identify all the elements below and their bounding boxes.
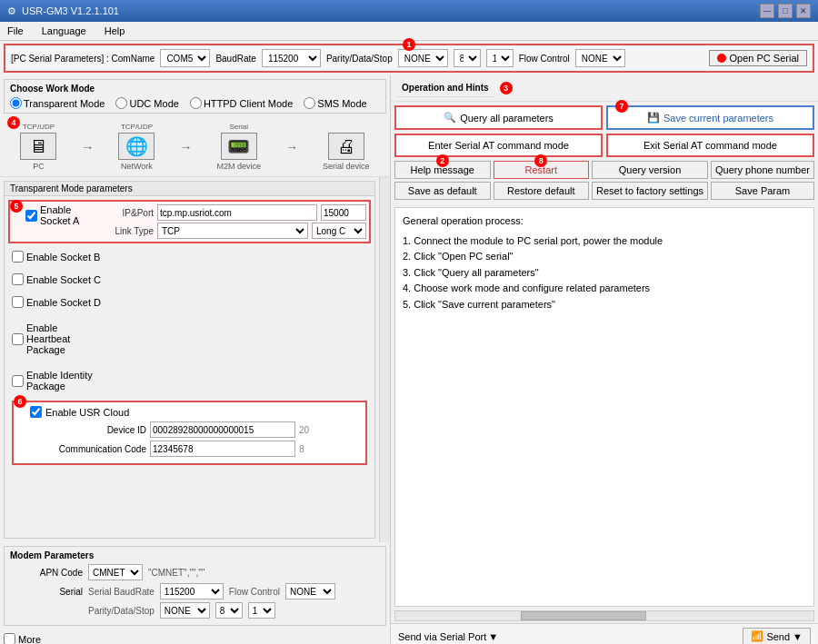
socket-a-ip-row: IP&Port	[104, 204, 366, 221]
work-mode-radios: Transparent Mode UDC Mode HTTPD Client M…	[10, 97, 380, 109]
arrow-3: →	[285, 140, 298, 154]
network-icon: 🌐	[118, 133, 155, 160]
exit-serial-button[interactable]: Exit Serial AT command mode	[606, 134, 814, 157]
parity-label: Parity/Data/Stop	[326, 54, 393, 64]
help-badge-2: 2	[436, 154, 449, 167]
socket-d-checkbox-container: Enable Socket D	[12, 296, 103, 308]
ip-port-label: IP&Port	[104, 208, 154, 218]
toolbar: 1 [PC Serial Parameters] : ComName COM5 …	[4, 44, 814, 73]
parity-select-modem[interactable]: NONE	[160, 602, 210, 619]
socket-d-checkbox[interactable]	[12, 296, 24, 308]
socket-b-label: Enable Socket B	[26, 252, 100, 263]
maximize-button[interactable]: □	[778, 4, 793, 18]
data-bits-modem[interactable]: 8	[215, 602, 243, 619]
identity-checkbox[interactable]	[12, 375, 24, 387]
save-current-button[interactable]: 7 💾 Save current parameters	[606, 105, 814, 130]
restore-default-label: Restore default	[507, 185, 575, 196]
socket-a-checkbox[interactable]	[25, 210, 37, 222]
restart-button[interactable]: 8 Restart	[494, 161, 590, 179]
diagram-serial: . 🖨 Serial device	[323, 123, 370, 171]
com-label: [PC Serial Parameters] : ComName	[11, 54, 155, 64]
scrollbar-thumb[interactable]	[521, 611, 646, 620]
comm-code-input[interactable]	[150, 441, 295, 457]
socket-b-checkbox[interactable]	[12, 251, 24, 263]
enter-serial-button[interactable]: Enter Serial AT command mode	[394, 134, 603, 157]
httpd-mode-radio[interactable]: HTTPD Client Mode	[190, 97, 293, 109]
mode-params-title: Transparent Mode parameters	[5, 182, 374, 196]
more-label: More	[18, 634, 41, 645]
socket-b-row: Enable Socket B	[8, 247, 371, 266]
flow-ctrl-label: Flow Control	[229, 587, 280, 597]
data-bits-select[interactable]: 8	[454, 49, 481, 67]
menu-language[interactable]: Language	[38, 24, 90, 38]
window-controls[interactable]: — □ ✕	[760, 4, 811, 18]
socket-d-label: Enable Socket D	[26, 297, 101, 308]
transparent-mode-radio[interactable]: Transparent Mode	[10, 97, 105, 109]
menu-help[interactable]: Help	[101, 24, 129, 38]
sms-mode-radio[interactable]: SMS Mode	[304, 97, 366, 109]
identity-label: Enable Identity Package	[26, 370, 103, 391]
more-checkbox[interactable]	[4, 633, 15, 644]
secondary-buttons: 2 Help message 8 Restart Query version Q…	[391, 161, 818, 203]
serial-params-row: Serial Serial BaudRate 115200 Flow Contr…	[10, 583, 380, 599]
socket-a-ip-input[interactable]	[157, 204, 317, 221]
udc-mode-radio[interactable]: UDC Mode	[115, 97, 178, 109]
usr-cloud-checkbox[interactable]	[30, 406, 42, 418]
params-scrollbar[interactable]	[379, 177, 390, 542]
open-serial-button[interactable]: Open PC Serial	[709, 50, 807, 66]
hints-title: General operation process:	[403, 213, 806, 230]
right-header-row: Operation and Hints 3	[391, 75, 818, 102]
serial-baud-select[interactable]: 115200	[160, 583, 224, 599]
minimize-button[interactable]: —	[760, 4, 774, 18]
params-outer: Transparent Mode parameters 5 Enable Soc…	[0, 177, 390, 542]
stop-bits-select[interactable]: 1	[486, 49, 514, 67]
usr-cloud-section: 6 Enable USR Cloud Device ID 20	[12, 401, 367, 465]
save-param-button[interactable]: Save Param	[711, 182, 814, 200]
save-current-label: Save current parameters	[663, 113, 773, 124]
stop-bits-modem[interactable]: 1	[248, 602, 275, 619]
heartbeat-checkbox[interactable]	[12, 333, 24, 345]
flow-control-label: Flow Control	[519, 54, 570, 64]
parity-stop-label: Parity/Data/Stop	[88, 606, 155, 616]
socket-a-checkbox-container: Enable Socket A	[13, 204, 104, 226]
baud-rate-select[interactable]: 115200	[262, 49, 321, 67]
exit-serial-label: Exit Serial AT command mode	[643, 140, 777, 151]
title-bar: ⚙ USR-GM3 V1.2.1.101 — □ ✕	[0, 0, 818, 22]
query-all-label: Query all parameters	[460, 113, 554, 124]
operation-buttons: 🔍 Query all parameters 7 💾 Save current …	[391, 102, 818, 161]
left-panel: Choose Work Mode Transparent Mode UDC Mo…	[0, 75, 391, 644]
close-button[interactable]: ✕	[796, 4, 811, 18]
apn-code-row: APN Code CMNET "CMNET","",""	[10, 564, 380, 580]
flow-control-select[interactable]: NONE	[575, 49, 625, 67]
diagram-m2m: Serial 📟 M2M device	[216, 123, 261, 171]
toolbar-badge-1: 1	[403, 38, 415, 51]
socket-c-row: Enable Socket C	[8, 270, 371, 289]
help-message-button[interactable]: 2 Help message	[394, 161, 491, 179]
restore-default-button[interactable]: Restore default	[494, 182, 590, 200]
flow-ctrl-select[interactable]: NONE	[285, 583, 335, 599]
socket-a-linkmode-select[interactable]: Long C	[312, 223, 366, 239]
menu-file[interactable]: File	[4, 24, 27, 38]
query-all-button[interactable]: 🔍 Query all parameters	[394, 105, 603, 130]
more-row: More	[0, 629, 390, 644]
save-default-button[interactable]: Save as default	[394, 182, 491, 200]
apn-code-extra: "CMNET","",""	[148, 568, 204, 578]
device-id-input[interactable]	[150, 421, 295, 438]
socket-c-checkbox[interactable]	[12, 273, 24, 285]
diagram-network: TCP/UDP 🌐 NetWork	[118, 123, 155, 171]
socket-a-port-input[interactable]	[321, 204, 366, 221]
diagram-pc: TCP/UDP 🖥 PC	[20, 123, 56, 171]
reset-factory-button[interactable]: Reset to factory settings	[592, 182, 708, 200]
link-type-label: Link Type	[104, 226, 154, 236]
send-button[interactable]: 📶 Send ▼	[743, 628, 811, 644]
com-name-select[interactable]: COM5	[160, 49, 210, 67]
send-via-serial-button[interactable]: Send via Serial Port ▼	[398, 631, 498, 642]
params-scroll[interactable]: 5 Enable Socket A IP&Port	[5, 196, 374, 538]
hints-scrollbar[interactable]	[394, 610, 814, 621]
query-phone-button[interactable]: Query phone number	[711, 161, 814, 179]
query-version-button[interactable]: Query version	[592, 161, 708, 179]
parity-select[interactable]: NONE	[398, 49, 448, 67]
apn-code-select[interactable]: CMNET	[88, 564, 143, 580]
hint-step-5: 5. Click "Save current parameters"	[403, 297, 806, 313]
socket-a-linktype-select[interactable]: TCP	[157, 223, 308, 239]
